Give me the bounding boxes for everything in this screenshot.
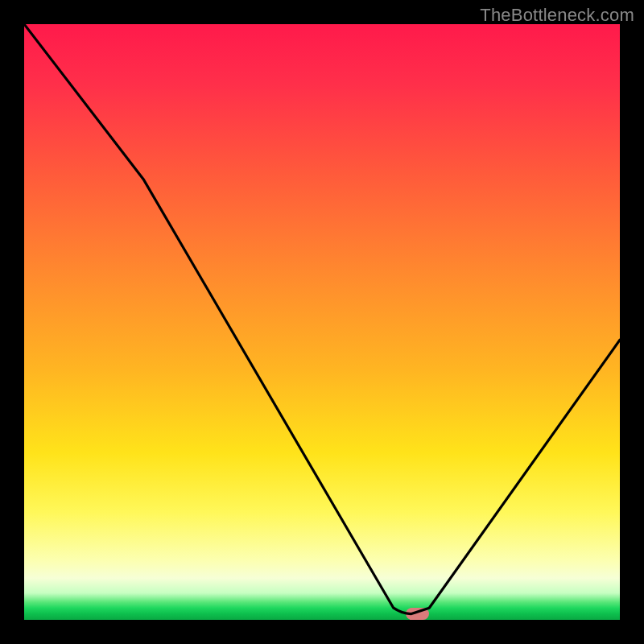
bottleneck-curve <box>24 24 620 620</box>
watermark-text: TheBottleneck.com <box>480 5 634 26</box>
plot-area <box>24 24 620 620</box>
chart-frame: TheBottleneck.com <box>0 0 644 644</box>
